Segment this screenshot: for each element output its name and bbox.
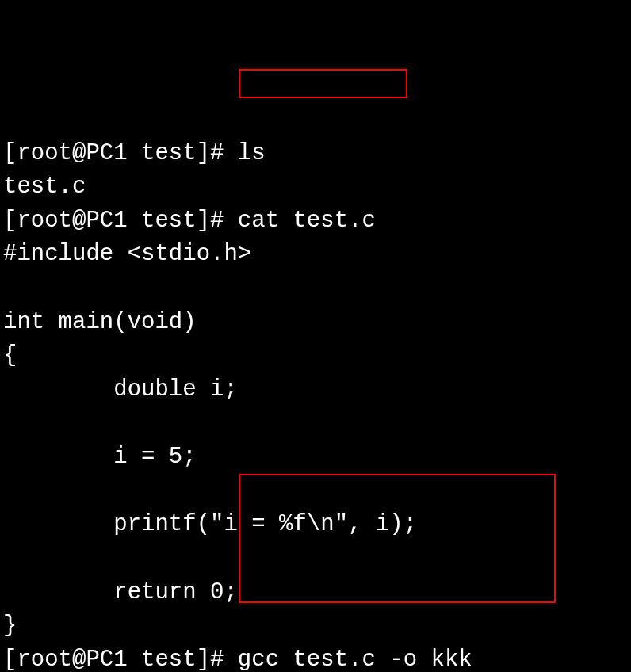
prompt: [root@PC1 test]# xyxy=(3,208,238,234)
prompt: [root@PC1 test]# xyxy=(3,647,238,672)
output-line: printf("i = %f\n", i); xyxy=(3,511,417,537)
command-ls: ls xyxy=(238,140,266,166)
output-line: } xyxy=(3,613,17,639)
terminal[interactable]: [root@PC1 test]# ls test.c [root@PC1 tes… xyxy=(3,137,628,673)
prompt: [root@PC1 test]# xyxy=(3,140,238,166)
output-ls: test.c xyxy=(3,174,86,200)
highlight-box-cat xyxy=(239,69,407,98)
output-line: int main(void) xyxy=(3,309,197,335)
output-line: double i; xyxy=(3,376,238,403)
output-line: i = 5; xyxy=(3,444,197,470)
output-line: { xyxy=(3,342,17,368)
command-cat: cat test.c xyxy=(238,208,376,234)
output-line: return 0; xyxy=(3,579,238,605)
command-gcc: gcc test.c -o kkk xyxy=(238,647,472,672)
output-line: #include <stdio.h> xyxy=(3,241,251,267)
